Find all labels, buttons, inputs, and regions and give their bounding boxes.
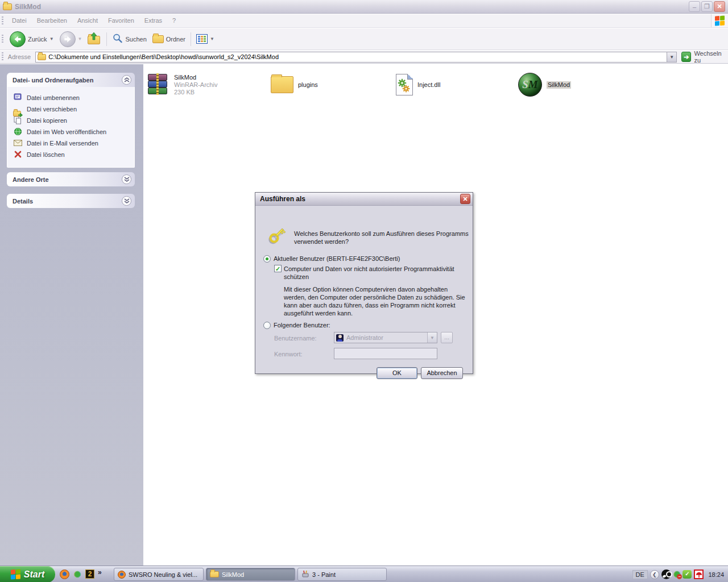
search-icon [112, 33, 123, 45]
silkmod-app-icon: SM [518, 73, 542, 97]
radio-other-user[interactable] [263, 322, 271, 329]
key-icon [267, 224, 289, 248]
update-ok-tray-icon[interactable]: ✓ [682, 570, 692, 579]
ok-button[interactable]: OK [377, 367, 417, 379]
file-tile-silkmod-exe[interactable]: SM SilkMod [518, 69, 571, 101]
task-label: SilkMod [222, 571, 244, 578]
quicklaunch-flower-icon[interactable]: ✺ [72, 569, 82, 579]
views-button[interactable]: ▼ [193, 30, 217, 49]
user-avatar-icon [336, 334, 344, 342]
menu-extras[interactable]: Extras [139, 14, 167, 27]
toolbar-separator [191, 32, 191, 46]
chevron-up-icon[interactable] [122, 75, 131, 85]
toolbar-grip[interactable] [2, 52, 3, 61]
task-publish-web[interactable]: Datei im Web veröffentlichen [13, 126, 130, 138]
username-label: Benutzername: [274, 335, 317, 342]
restore-button[interactable]: ❐ [701, 1, 713, 12]
go-arrow-icon: ➔ [681, 52, 691, 62]
taskbar-button-silkmod[interactable]: SilkMod [206, 568, 295, 581]
menu-favoriten[interactable]: Favoriten [103, 14, 139, 27]
file-tile-plugins[interactable]: plugins [271, 69, 318, 101]
toolbar-grip[interactable] [2, 35, 3, 44]
radio-other-user-label[interactable]: Folgender Benutzer: [274, 322, 330, 329]
back-dropdown-icon[interactable]: ▼ [49, 36, 54, 41]
dialog-title-bar[interactable]: Ausführen als ✕ [255, 193, 473, 206]
file-tasks-panel: Datei- und Ordneraufgaben Datei umbenenn… [7, 73, 135, 168]
menu-bearbeiten[interactable]: Bearbeiten [32, 14, 72, 27]
address-path: C:\Dokumente und Einstellungen\Berti\Des… [48, 53, 279, 60]
task-label: SWSRO Neuling & viel... [129, 571, 197, 578]
password-field [334, 348, 437, 359]
address-dropdown-icon[interactable]: ▼ [667, 52, 676, 62]
file-name: SilkMod [174, 74, 217, 81]
menu-bar: Datei Bearbeiten Ansicht Favoriten Extra… [0, 14, 728, 28]
chevron-down-icon[interactable] [122, 196, 131, 206]
other-places-title: Andere Orte [13, 176, 49, 183]
minimize-button[interactable]: – [689, 1, 700, 12]
details-header[interactable]: Details [7, 194, 135, 208]
task-label: 3 - Paint [312, 571, 336, 578]
taskbar-button-browser[interactable]: SWSRO Neuling & viel... [114, 568, 204, 581]
radio-current-user-label[interactable]: Aktueller Benutzer (BERTI-EF4E2F30C\Bert… [274, 255, 400, 262]
up-folder-icon [88, 34, 101, 45]
details-panel: Details [7, 194, 135, 208]
taskbar-clock[interactable]: 18:24 [708, 571, 724, 578]
taskbar-button-paint[interactable]: 3 - Paint [297, 568, 387, 581]
cancel-button[interactable]: Abbrechen [421, 367, 463, 379]
dialog-close-button[interactable]: ✕ [460, 194, 470, 204]
other-places-header[interactable]: Andere Orte [7, 172, 135, 186]
start-button[interactable]: Start [0, 566, 55, 582]
avira-tray-icon[interactable] [694, 569, 704, 579]
menu-help[interactable]: ? [167, 14, 181, 27]
folders-icon [152, 35, 164, 43]
up-button[interactable] [85, 30, 104, 49]
task-move-file[interactable]: Datei verschieben [13, 103, 130, 115]
chevron-down-icon[interactable] [122, 174, 131, 184]
start-windows-logo-icon [11, 569, 20, 579]
back-button[interactable]: Zurück ▼ [7, 30, 57, 49]
task-delete-file[interactable]: Datei löschen [13, 149, 130, 160]
address-input[interactable]: C:\Dokumente und Einstellungen\Berti\Des… [35, 52, 677, 63]
quicklaunch-game-icon[interactable]: 2 [85, 569, 95, 579]
system-tray: DE ❮ ✺– ✓ 18:24 [632, 566, 728, 582]
other-places-panel: Andere Orte [7, 172, 135, 186]
quicklaunch-overflow-icon[interactable]: » [98, 568, 102, 576]
file-tile-inject-dll[interactable]: Inject.dll [396, 69, 440, 101]
protect-checkbox-label[interactable]: Computer und Daten vor nicht autorisiert… [284, 265, 461, 281]
close-button[interactable]: ✕ [714, 1, 725, 12]
forward-button[interactable]: ▼ [57, 30, 85, 49]
views-dropdown-icon[interactable]: ▼ [210, 36, 214, 41]
rename-icon [13, 93, 22, 102]
username-value: Administrator [346, 334, 383, 341]
steam-tray-icon[interactable] [661, 569, 671, 579]
protect-checkbox[interactable]: ✓ [274, 265, 282, 272]
folders-button[interactable]: Ordner [150, 30, 188, 49]
winrar-archive-icon [147, 73, 169, 96]
address-label: Adresse [8, 53, 31, 60]
task-pane: Datei- und Ordneraufgaben Datei umbenenn… [0, 64, 143, 566]
task-rename-file[interactable]: Datei umbenennen [13, 92, 130, 103]
language-indicator[interactable]: DE [632, 570, 648, 579]
menu-datei[interactable]: Datei [7, 14, 32, 27]
file-name: Inject.dll [417, 81, 440, 89]
start-label: Start [24, 569, 44, 580]
task-label: Datei löschen [27, 151, 65, 158]
flower-tray-icon[interactable]: ✺– [673, 570, 681, 579]
search-button[interactable]: Suchen [109, 30, 149, 49]
task-copy-file[interactable]: Datei kopieren [13, 115, 130, 126]
radio-current-user[interactable] [263, 255, 271, 263]
views-icon [196, 34, 208, 44]
tray-collapse-icon[interactable]: ❮ [650, 570, 659, 579]
file-tile-silkmod-rar[interactable]: SilkMod WinRAR-Archiv 230 KB [147, 69, 217, 101]
forward-icon [60, 31, 76, 47]
back-label: Zurück [28, 36, 47, 43]
toolbar-separator [106, 32, 107, 46]
task-email-file[interactable]: Datei in E-Mail versenden [13, 138, 130, 149]
toolbar-grip[interactable] [2, 16, 3, 26]
quicklaunch-firefox-icon[interactable] [59, 569, 69, 579]
file-tasks-header[interactable]: Datei- und Ordneraufgaben [7, 73, 135, 87]
file-name: plugins [298, 81, 318, 89]
go-button[interactable]: ➔ Wechseln zu [681, 50, 728, 64]
task-label: Datei verschieben [27, 106, 77, 113]
menu-ansicht[interactable]: Ansicht [72, 14, 103, 27]
